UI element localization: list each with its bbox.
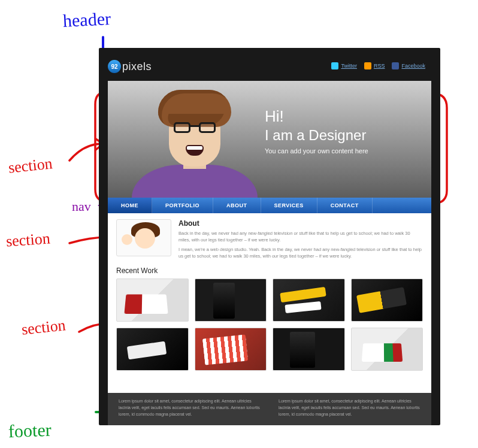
social-twitter[interactable]: Twitter	[331, 62, 357, 69]
site-header: 92 pixels Twitter RSS Facebook	[108, 60, 431, 78]
hero-section: Hi! I am a Designer You can add your own…	[108, 81, 431, 198]
work-thumb-2[interactable]	[195, 279, 267, 322]
work-thumb-4[interactable]	[351, 279, 423, 322]
work-thumb-5[interactable]	[116, 328, 189, 371]
annotation-footer: footer	[8, 420, 52, 441]
footer-col-1: Lorem ipsum dolor sit amet, consectetur …	[119, 398, 261, 420]
hero-subtext: You can add your own content here	[265, 147, 415, 155]
annotation-section-about: section	[5, 229, 51, 250]
annotation-section-recent: section	[21, 316, 66, 339]
hero-heading-1: Hi!	[265, 107, 415, 126]
content-area: About Back in the day, we never had any …	[108, 213, 431, 393]
about-paragraph-2: I mean, we're a web design studio. Yeah.…	[179, 246, 423, 260]
logo-badge: 92	[108, 60, 121, 73]
work-thumb-1[interactable]	[116, 279, 189, 322]
social-label: Twitter	[341, 63, 357, 69]
work-thumb-6[interactable]	[195, 328, 267, 371]
nav-portfolio[interactable]: PORTFOLIO	[152, 198, 213, 213]
work-thumb-3[interactable]	[273, 279, 345, 322]
hero-heading-2: I am a Designer	[265, 127, 415, 144]
social-label: RSS	[374, 63, 385, 69]
work-thumb-7[interactable]	[273, 328, 345, 371]
hero-text: Hi! I am a Designer You can add your own…	[265, 107, 415, 155]
about-paragraph-1: Back in the day, we never had any new-fa…	[179, 230, 423, 244]
nav-contact[interactable]: CONTACT	[317, 198, 373, 213]
annotation-header: header	[62, 8, 111, 31]
nav-about[interactable]: ABOUT	[213, 198, 261, 213]
about-heading: About	[179, 219, 423, 228]
social-facebook[interactable]: Facebook	[392, 62, 425, 69]
facebook-icon	[392, 62, 399, 69]
site-footer: Lorem ipsum dolor sit amet, consectetur …	[108, 393, 431, 425]
nav-services[interactable]: SERVICES	[261, 198, 317, 213]
work-thumb-8[interactable]	[351, 328, 423, 371]
nav-home[interactable]: HOME	[108, 198, 152, 213]
twitter-icon	[331, 62, 338, 69]
social-label: Facebook	[401, 63, 425, 69]
social-links: Twitter RSS Facebook	[331, 62, 425, 69]
about-section: About Back in the day, we never had any …	[108, 213, 431, 265]
logo-text: pixels	[122, 60, 152, 73]
recent-work-grid	[108, 279, 431, 379]
rss-icon	[364, 62, 371, 69]
about-avatar	[116, 219, 171, 256]
annotation-nav: nav	[72, 199, 91, 214]
hero-person-illustration	[132, 81, 258, 198]
annotation-section-hero: section	[8, 155, 53, 177]
social-rss[interactable]: RSS	[364, 62, 385, 69]
footer-col-2: Lorem ipsum dolor sit amet, consectetur …	[279, 398, 420, 420]
recent-work-heading: Recent Work	[116, 267, 423, 275]
main-nav: HOME PORTFOLIO ABOUT SERVICES CONTACT	[108, 198, 431, 213]
